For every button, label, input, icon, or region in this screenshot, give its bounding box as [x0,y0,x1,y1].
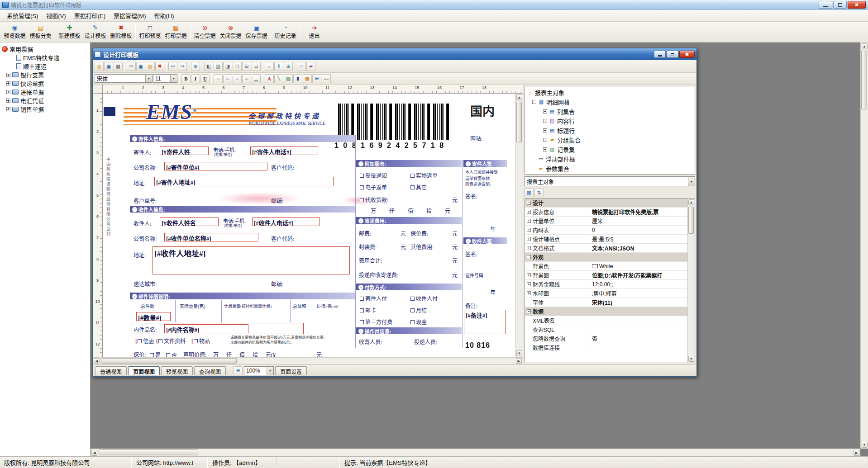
align-right-icon[interactable]: ◨ [223,62,232,71]
collapse-icon[interactable] [527,201,531,205]
align-center-icon[interactable]: ▥ [214,62,223,71]
align-middle-icon[interactable]: ⊟ [242,62,251,71]
expand-icon[interactable] [543,128,547,132]
dropdown-icon[interactable]: ▼ [267,367,273,375]
same-width-icon[interactable]: ⇔ [265,62,274,71]
property-row-codepage[interactable]: 内码表0 [525,226,687,235]
scroll-down-icon[interactable]: ▼ [516,350,522,356]
expand-icon[interactable] [527,237,531,241]
same-size-icon[interactable]: ⊞ [284,62,293,71]
expand-icon[interactable] [527,273,531,277]
designer-title-bar[interactable]: 设计打印模板 ✖ [93,48,696,60]
tab-preview-view[interactable]: 预览视图 [161,366,193,375]
print-ticket-button[interactable]: ▦打印票据 [163,23,189,41]
categorized-view-icon[interactable]: ▦ [525,188,534,197]
property-row-watermark[interactable]: 水印图:居中;修剪 [525,289,687,298]
property-row-grid-snap[interactable]: 设计辅格点是:是:5:5 [525,235,687,244]
canvas-vertical-scrollbar[interactable]: ▲ ▼ [515,94,523,357]
align-bottom-icon[interactable]: ⊔ [252,62,261,71]
barcode[interactable] [338,104,452,140]
tab-query-view[interactable]: 查询视图 [194,366,226,375]
field-recipient-phone[interactable]: [#收件人电话#] [252,217,320,226]
property-category-design[interactable]: 设计 [525,199,687,208]
text-justify-icon[interactable]: ≣ [242,74,251,83]
mdi-vertical-scrollbar[interactable]: ▲ ▼ [860,43,868,449]
property-row-query-sql[interactable]: 查询SQL [525,325,687,334]
underline-style-icon[interactable]: ▁ [252,74,261,83]
tree-item-floating-frame[interactable]: ▭浮动部件框 [526,154,694,164]
expand-icon[interactable] [6,81,10,85]
mdi-horizontal-scrollbar[interactable]: ◀ ▶ [91,449,860,456]
expand-icon[interactable] [6,107,10,111]
menu-print[interactable]: 票据打印(E) [70,9,110,22]
preview-data-button[interactable]: ◉预览数据 [2,23,28,41]
expand-icon[interactable] [527,210,531,214]
new-template-button[interactable]: ✚新建模板 [57,23,82,41]
property-row-background-color[interactable]: 背景色White [525,262,687,271]
expand-icon[interactable] [527,246,531,250]
paste-icon[interactable]: ▤ [146,62,155,71]
minimize-button[interactable] [819,1,832,9]
italic-button[interactable]: I [191,74,200,83]
scroll-up-icon[interactable]: ▲ [516,95,522,100]
designer-minimize-button[interactable] [654,51,666,58]
collapse-icon[interactable] [532,100,536,104]
title-bar[interactable]: 精锐万能票据打印软件试用版 ✖ [0,0,868,10]
insert-barcode-icon[interactable]: ▮ [293,74,302,83]
tree-item-parameter-set[interactable]: ▰参数集合 [526,164,694,173]
tree-item-bank-check[interactable]: 银行支票 [1,71,89,79]
dropdown-icon[interactable]: ▼ [145,75,152,82]
insert-table-icon[interactable]: ⊞ [312,74,321,83]
designer-close-button[interactable]: ✖ [679,51,695,58]
field-sender-phone[interactable]: [#寄件人电话#] [250,147,318,155]
close-button[interactable]: ✖ [848,1,866,9]
menu-system[interactable]: 系统管理(S) [3,9,42,22]
property-row-report-info[interactable]: 报表信息精锐票据打印软件免费版,票 [525,208,687,217]
property-grid-scrollbar[interactable]: ▲ ▼ [687,199,695,363]
object-selector-combo[interactable]: 报表主对象▼ [525,176,695,186]
scroll-thumb[interactable] [99,449,198,455]
scroll-thumb[interactable] [516,102,522,142]
close-ticket-button[interactable]: ⊗关闭票据 [218,23,243,41]
font-color-icon[interactable]: A [265,74,274,83]
field-recipient-address[interactable]: [#收件人地址#] [153,246,350,274]
property-row-db-connection[interactable]: 数据库连接 [525,343,687,352]
expand-icon[interactable] [527,228,531,232]
property-row-xml-table[interactable]: XML表名 [525,316,687,325]
scroll-down-icon[interactable]: ▼ [688,356,694,362]
zoom-icon[interactable]: ⊕ [234,366,243,375]
font-size-combo[interactable]: 11▼ [153,74,177,83]
same-height-icon[interactable]: ⇕ [274,62,283,71]
open-icon[interactable]: ▥ [95,62,104,71]
tab-page-view[interactable]: 页面视图 [128,366,160,375]
copy-icon[interactable]: ▣ [136,62,145,71]
property-category-data[interactable]: 数据 [525,307,687,316]
field-item-name[interactable]: [#内件名称#] [164,324,248,333]
align-left-icon[interactable]: ◧ [204,62,213,71]
scroll-left-icon[interactable]: ◀ [91,450,97,456]
text-align-center-icon[interactable]: ≣ [223,74,232,83]
text-align-right-icon[interactable]: ≡ [233,74,242,83]
template-category-button[interactable]: ▤模板分类 [28,23,53,41]
design-template-button[interactable]: ✎设计模板 [82,23,108,41]
save-ticket-button[interactable]: ▣保存票据 [243,23,269,41]
scroll-left-icon[interactable]: ◀ [94,358,100,364]
tree-item-common-tickets[interactable]: 常用票据 [1,45,89,53]
redo-icon[interactable]: ↪ [178,62,187,71]
undo-icon[interactable]: ↩ [168,62,177,71]
tree-item-detail-grid[interactable]: ▦明细网格 [526,97,694,107]
property-row-amount-lines[interactable]: 财务金额线12;0.00;; [525,280,687,289]
tree-item-title-row[interactable]: ▤标题行 [526,126,694,135]
print-icon[interactable]: ▦ [114,62,123,71]
expand-icon[interactable] [543,147,547,151]
property-row-unit[interactable]: 计量单位厘米 [525,217,687,226]
align-top-icon[interactable]: ⊓ [233,62,242,71]
tree-item-ems[interactable]: EMS特快专递 [1,53,89,62]
scroll-thumb[interactable] [688,207,694,234]
field-sender-address[interactable]: [#寄件人地址#] [154,177,334,186]
field-recipient-name[interactable]: [#收件人姓名 [160,217,219,226]
scroll-right-icon[interactable]: ▶ [516,358,522,364]
font-name-combo[interactable]: 宋体▼ [95,74,153,83]
bring-to-front-icon[interactable]: ▱ [297,62,306,71]
collapse-icon[interactable] [527,255,531,259]
